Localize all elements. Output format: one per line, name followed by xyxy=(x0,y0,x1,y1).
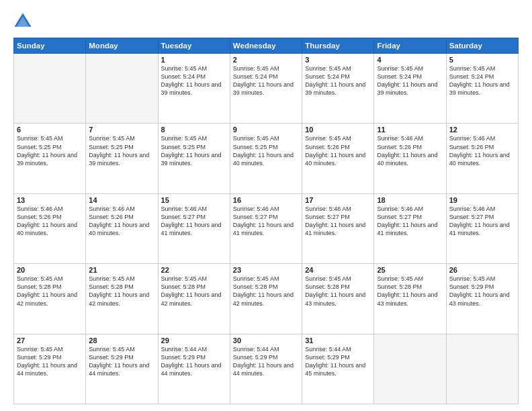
calendar-cell: 18Sunrise: 5:46 AM Sunset: 5:27 PM Dayli… xyxy=(374,193,446,263)
week-row-2: 13Sunrise: 5:46 AM Sunset: 5:26 PM Dayli… xyxy=(14,193,519,263)
day-number: 11 xyxy=(377,126,443,134)
day-number: 3 xyxy=(305,56,371,64)
day-number: 15 xyxy=(161,196,227,204)
weekday-header-sunday: Sunday xyxy=(14,38,86,54)
day-info: Sunrise: 5:46 AM Sunset: 5:26 PM Dayligh… xyxy=(377,134,443,167)
day-info: Sunrise: 5:45 AM Sunset: 5:29 PM Dayligh… xyxy=(89,345,154,378)
day-info: Sunrise: 5:45 AM Sunset: 5:24 PM Dayligh… xyxy=(377,64,443,97)
calendar-cell: 19Sunrise: 5:46 AM Sunset: 5:27 PM Dayli… xyxy=(446,193,518,263)
day-number: 14 xyxy=(89,196,154,204)
weekday-header-row: SundayMondayTuesdayWednesdayThursdayFrid… xyxy=(14,38,519,54)
day-info: Sunrise: 5:46 AM Sunset: 5:26 PM Dayligh… xyxy=(449,134,515,167)
week-row-0: 1Sunrise: 5:45 AM Sunset: 5:24 PM Daylig… xyxy=(14,54,519,124)
day-info: Sunrise: 5:45 AM Sunset: 5:25 PM Dayligh… xyxy=(17,134,83,167)
day-info: Sunrise: 5:45 AM Sunset: 5:25 PM Dayligh… xyxy=(233,134,299,167)
day-info: Sunrise: 5:45 AM Sunset: 5:28 PM Dayligh… xyxy=(17,275,83,308)
day-info: Sunrise: 5:45 AM Sunset: 5:28 PM Dayligh… xyxy=(161,275,227,308)
calendar-cell: 25Sunrise: 5:45 AM Sunset: 5:28 PM Dayli… xyxy=(374,264,446,334)
day-info: Sunrise: 5:45 AM Sunset: 5:28 PM Dayligh… xyxy=(89,275,154,308)
week-row-1: 6Sunrise: 5:45 AM Sunset: 5:25 PM Daylig… xyxy=(14,124,519,193)
day-number: 9 xyxy=(233,126,299,134)
day-number: 8 xyxy=(161,126,227,134)
day-number: 17 xyxy=(305,196,371,204)
calendar-cell: 8Sunrise: 5:45 AM Sunset: 5:25 PM Daylig… xyxy=(158,124,230,193)
calendar-cell: 5Sunrise: 5:45 AM Sunset: 5:24 PM Daylig… xyxy=(446,54,518,124)
day-number: 22 xyxy=(161,266,227,274)
day-number: 19 xyxy=(449,196,515,204)
day-number: 2 xyxy=(233,56,299,64)
calendar-cell: 1Sunrise: 5:45 AM Sunset: 5:24 PM Daylig… xyxy=(158,54,230,124)
day-number: 4 xyxy=(377,56,443,64)
calendar-cell: 10Sunrise: 5:45 AM Sunset: 5:26 PM Dayli… xyxy=(302,124,374,193)
day-info: Sunrise: 5:46 AM Sunset: 5:27 PM Dayligh… xyxy=(233,205,299,238)
calendar-cell: 3Sunrise: 5:45 AM Sunset: 5:24 PM Daylig… xyxy=(302,54,374,124)
day-info: Sunrise: 5:45 AM Sunset: 5:28 PM Dayligh… xyxy=(233,275,299,308)
day-number: 25 xyxy=(377,266,443,274)
day-number: 27 xyxy=(17,336,83,345)
day-number: 24 xyxy=(305,266,371,274)
day-info: Sunrise: 5:44 AM Sunset: 5:29 PM Dayligh… xyxy=(233,345,299,378)
calendar-cell: 22Sunrise: 5:45 AM Sunset: 5:28 PM Dayli… xyxy=(158,264,230,334)
day-number: 6 xyxy=(17,126,83,134)
week-row-3: 20Sunrise: 5:45 AM Sunset: 5:28 PM Dayli… xyxy=(14,264,519,334)
day-info: Sunrise: 5:46 AM Sunset: 5:26 PM Dayligh… xyxy=(17,205,83,238)
day-info: Sunrise: 5:45 AM Sunset: 5:29 PM Dayligh… xyxy=(449,275,515,308)
day-info: Sunrise: 5:46 AM Sunset: 5:26 PM Dayligh… xyxy=(89,205,154,238)
logo-icon xyxy=(13,12,32,31)
weekday-header-tuesday: Tuesday xyxy=(158,38,230,54)
week-row-4: 27Sunrise: 5:45 AM Sunset: 5:29 PM Dayli… xyxy=(14,334,519,404)
day-number: 21 xyxy=(89,266,154,274)
calendar-cell: 30Sunrise: 5:44 AM Sunset: 5:29 PM Dayli… xyxy=(230,334,302,404)
day-number: 18 xyxy=(377,196,443,204)
page: SundayMondayTuesdayWednesdayThursdayFrid… xyxy=(0,0,532,411)
calendar-cell xyxy=(374,334,446,404)
day-info: Sunrise: 5:45 AM Sunset: 5:25 PM Dayligh… xyxy=(89,134,154,167)
calendar-cell: 6Sunrise: 5:45 AM Sunset: 5:25 PM Daylig… xyxy=(14,124,86,193)
calendar-cell: 20Sunrise: 5:45 AM Sunset: 5:28 PM Dayli… xyxy=(14,264,86,334)
day-number: 28 xyxy=(89,336,154,345)
day-number: 16 xyxy=(233,196,299,204)
calendar-cell: 11Sunrise: 5:46 AM Sunset: 5:26 PM Dayli… xyxy=(374,124,446,193)
day-info: Sunrise: 5:46 AM Sunset: 5:27 PM Dayligh… xyxy=(377,205,443,238)
day-info: Sunrise: 5:45 AM Sunset: 5:24 PM Dayligh… xyxy=(305,64,371,97)
calendar-cell: 23Sunrise: 5:45 AM Sunset: 5:28 PM Dayli… xyxy=(230,264,302,334)
weekday-header-saturday: Saturday xyxy=(446,38,518,54)
day-number: 1 xyxy=(161,56,227,64)
day-number: 23 xyxy=(233,266,299,274)
calendar-cell: 26Sunrise: 5:45 AM Sunset: 5:29 PM Dayli… xyxy=(446,264,518,334)
day-info: Sunrise: 5:46 AM Sunset: 5:27 PM Dayligh… xyxy=(449,205,515,238)
calendar-cell: 13Sunrise: 5:46 AM Sunset: 5:26 PM Dayli… xyxy=(14,193,86,263)
calendar-cell: 27Sunrise: 5:45 AM Sunset: 5:29 PM Dayli… xyxy=(14,334,86,404)
day-info: Sunrise: 5:45 AM Sunset: 5:24 PM Dayligh… xyxy=(449,64,515,97)
day-info: Sunrise: 5:45 AM Sunset: 5:24 PM Dayligh… xyxy=(161,64,227,97)
day-info: Sunrise: 5:46 AM Sunset: 5:27 PM Dayligh… xyxy=(161,205,227,238)
calendar-cell: 31Sunrise: 5:44 AM Sunset: 5:29 PM Dayli… xyxy=(302,334,374,404)
day-info: Sunrise: 5:45 AM Sunset: 5:28 PM Dayligh… xyxy=(305,275,371,308)
header xyxy=(13,12,519,31)
calendar-cell: 16Sunrise: 5:46 AM Sunset: 5:27 PM Dayli… xyxy=(230,193,302,263)
day-number: 12 xyxy=(449,126,515,134)
calendar-cell: 29Sunrise: 5:44 AM Sunset: 5:29 PM Dayli… xyxy=(158,334,230,404)
calendar-cell: 14Sunrise: 5:46 AM Sunset: 5:26 PM Dayli… xyxy=(86,193,158,263)
calendar-cell: 9Sunrise: 5:45 AM Sunset: 5:25 PM Daylig… xyxy=(230,124,302,193)
calendar-cell: 7Sunrise: 5:45 AM Sunset: 5:25 PM Daylig… xyxy=(86,124,158,193)
day-info: Sunrise: 5:46 AM Sunset: 5:27 PM Dayligh… xyxy=(305,205,371,238)
calendar-cell: 4Sunrise: 5:45 AM Sunset: 5:24 PM Daylig… xyxy=(374,54,446,124)
day-number: 20 xyxy=(17,266,83,274)
day-number: 10 xyxy=(305,126,371,134)
day-number: 5 xyxy=(449,56,515,64)
day-info: Sunrise: 5:45 AM Sunset: 5:29 PM Dayligh… xyxy=(17,345,83,378)
calendar-cell: 2Sunrise: 5:45 AM Sunset: 5:24 PM Daylig… xyxy=(230,54,302,124)
logo xyxy=(13,12,35,31)
day-info: Sunrise: 5:45 AM Sunset: 5:25 PM Dayligh… xyxy=(161,134,227,167)
weekday-header-monday: Monday xyxy=(86,38,158,54)
calendar-table: SundayMondayTuesdayWednesdayThursdayFrid… xyxy=(13,38,519,404)
calendar-cell xyxy=(86,54,158,124)
day-number: 7 xyxy=(89,126,154,134)
calendar-cell: 24Sunrise: 5:45 AM Sunset: 5:28 PM Dayli… xyxy=(302,264,374,334)
day-info: Sunrise: 5:45 AM Sunset: 5:26 PM Dayligh… xyxy=(305,134,371,167)
calendar-cell: 21Sunrise: 5:45 AM Sunset: 5:28 PM Dayli… xyxy=(86,264,158,334)
weekday-header-wednesday: Wednesday xyxy=(230,38,302,54)
calendar-cell: 28Sunrise: 5:45 AM Sunset: 5:29 PM Dayli… xyxy=(86,334,158,404)
weekday-header-thursday: Thursday xyxy=(302,38,374,54)
